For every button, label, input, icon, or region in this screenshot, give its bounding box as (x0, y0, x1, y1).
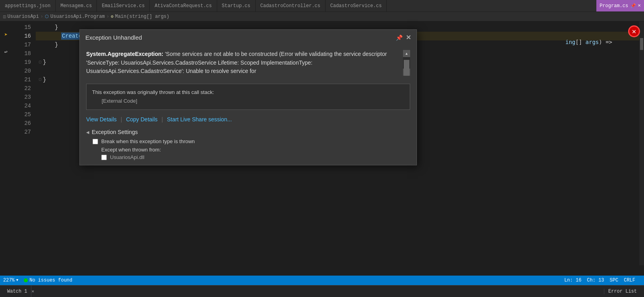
view-details-link[interactable]: View Details (86, 116, 117, 123)
except-from-label: Except when thrown from: (101, 147, 410, 153)
exception-body: System.AggregateException: 'Some service… (80, 45, 416, 80)
line-num-26: 26 (12, 119, 31, 128)
watch-close-icon[interactable]: ✕ (31, 289, 34, 294)
line-numbers: 15 16 17 18 19 20 21 22 23 24 25 26 27 (12, 21, 36, 265)
gutter-line-24 (0, 100, 12, 109)
settings-content: Break when this exception type is thrown… (86, 138, 410, 160)
pin-icon[interactable]: 📌 (396, 34, 403, 41)
editor-area: ➤ ↩ 15 16 17 18 19 20 21 22 23 24 25 26 … (0, 21, 644, 265)
active-tab-label: Program.cs (600, 3, 628, 9)
tab-label: Mensagem.cs (60, 3, 92, 9)
breadcrumb-project[interactable]: UsuariosApi (8, 14, 39, 19)
gutter-line-15 (0, 21, 12, 30)
start-live-share-link[interactable]: Start Live Share session... (167, 116, 231, 123)
breadcrumb-class-icon: ⬡ (45, 14, 49, 19)
line-num-19: 19 (12, 58, 31, 67)
tab-mensagem[interactable]: Mensagem.cs (56, 0, 97, 12)
scroll-up-button[interactable]: ▲ (403, 50, 410, 57)
breadcrumb-method[interactable]: Main(string[] args) (115, 14, 170, 19)
active-tab-area[interactable]: Program.cs 📌 × (596, 0, 644, 12)
tab-ativacontarequest[interactable]: AtivaContaRequest.cs (150, 0, 217, 12)
debug-arrow-icon: ➤ (4, 31, 8, 38)
exception-dialog: Exception Unhandled 📌 ✕ System.Aggregate… (79, 29, 417, 165)
breadcrumb-method-icon: ⚙ (111, 14, 114, 19)
gutter-line-25 (0, 109, 12, 117)
break-checkbox[interactable] (93, 139, 98, 144)
line-num-24: 24 (12, 102, 31, 110)
tab-appsettings[interactable]: appsettings.json (0, 0, 56, 12)
exception-settings: ◀ Exception Settings Break when this exc… (80, 127, 416, 165)
action-sep-1: | (121, 116, 122, 123)
except-from-item: UsuariosApi.dll (101, 154, 410, 160)
gutter-line-26 (0, 117, 12, 126)
exception-scrollbar[interactable]: ▲ ▼ (403, 50, 410, 76)
issues-label: No issues found (29, 278, 72, 283)
callstack-header: This exception was originally thrown at … (92, 88, 404, 97)
error-list-tab[interactable]: Error List (604, 289, 641, 294)
watch-tab-label: Watch 1 (7, 289, 27, 294)
encoding-indicator: SPC (610, 278, 619, 283)
active-tab-close[interactable]: × (638, 3, 641, 9)
vertical-scrollbar[interactable] (639, 21, 644, 265)
breadcrumb-sep2: › (106, 14, 109, 19)
break-checkbox-label: Break when this exception type is thrown (101, 138, 195, 144)
ln-section: Ln: 16 (564, 278, 581, 283)
error-list-label: Error List (608, 289, 637, 294)
status-bar: 227% ▼ No issues found Ln: 16 Ch: 13 SPC… (0, 276, 644, 285)
encoding-section: SPC (610, 278, 619, 283)
line-num-18: 18 (12, 49, 31, 58)
gutter-line-27 (0, 126, 12, 135)
scrollbar-thumb[interactable] (640, 38, 643, 50)
except-from-item-label: UsuariosApi.dll (110, 154, 145, 160)
gutter-line-23 (0, 91, 12, 100)
gutter-line-19 (0, 56, 12, 65)
line-num-17: 17 (12, 40, 31, 49)
tab-label: Startup.cs (222, 3, 251, 9)
gutter-line-20 (0, 65, 12, 74)
ch-indicator: Ch: 13 (587, 278, 604, 283)
tab-label: AtivaContaRequest.cs (154, 3, 212, 9)
breadcrumb-class[interactable]: UsuariosApi.Program (50, 14, 105, 19)
settings-triangle-icon: ◀ (86, 130, 89, 134)
line-num-23: 23 (12, 93, 31, 102)
line-ending-section: CRLF (624, 278, 635, 283)
tab-label: EmailService.cs (102, 3, 145, 9)
tab-label: CadastroService.cs (330, 3, 382, 9)
zoom-level: 227% (3, 278, 15, 283)
gutter-line-21 (0, 74, 12, 82)
error-close-button[interactable]: ✕ (628, 25, 640, 37)
tab-cadastroservice[interactable]: CadastroService.cs (326, 0, 387, 12)
scroll-thumb[interactable] (404, 60, 409, 76)
tab-bar: appsettings.json Mensagem.cs EmailServic… (0, 0, 644, 12)
exception-title: Exception Unhandled (85, 34, 142, 41)
exception-main-text: System.AggregateException: 'Some service… (86, 50, 401, 76)
issues-section: No issues found (24, 278, 72, 283)
line-num-27: 27 (12, 128, 31, 136)
line-num-16: 16 (12, 32, 31, 40)
break-checkbox-row: Break when this exception type is thrown (93, 138, 410, 144)
exception-header-icons: 📌 ✕ (396, 34, 411, 41)
close-dialog-button[interactable]: ✕ (406, 34, 411, 41)
except-from-checkbox[interactable] (101, 155, 107, 160)
tab-label: CadastroController.cs (260, 3, 320, 9)
tab-startup[interactable]: Startup.cs (217, 0, 256, 12)
watch-1-tab[interactable]: Watch 1 (3, 286, 31, 297)
exception-text-area: System.AggregateException: 'Some service… (86, 50, 401, 76)
collapse-icon-21[interactable]: ▢ (39, 75, 41, 84)
tab-pin-icon[interactable]: 📌 (631, 3, 636, 8)
tab-cadastrocontroller[interactable]: CadastroController.cs (256, 0, 326, 12)
settings-header[interactable]: ◀ Exception Settings (86, 129, 410, 135)
redo-icon[interactable]: ↩ (4, 49, 8, 55)
issues-dot (24, 278, 28, 282)
scroll-track (403, 57, 410, 69)
collapse-icon-19[interactable]: ▢ (39, 58, 41, 67)
copy-details-link[interactable]: Copy Details (126, 116, 157, 123)
watch-bar: Watch 1 ✕ Error List (0, 285, 644, 297)
tab-emailservice[interactable]: EmailService.cs (97, 0, 150, 12)
line-num-20: 20 (12, 67, 31, 75)
zoom-dropdown-icon[interactable]: ▼ (16, 278, 18, 282)
line-ending-indicator: CRLF (624, 278, 635, 283)
gutter: ➤ ↩ (0, 21, 12, 265)
line-num-25: 25 (12, 110, 31, 119)
line-num-15: 15 (12, 23, 31, 32)
